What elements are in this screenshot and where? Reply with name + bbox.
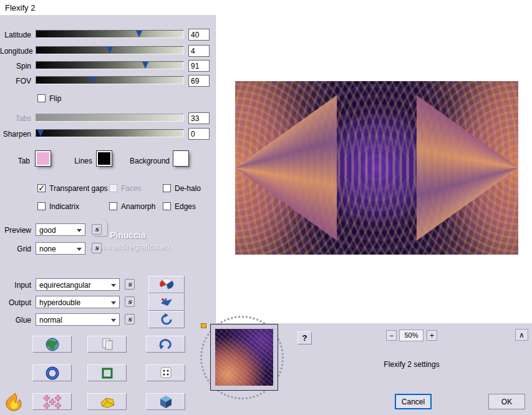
cube-button[interactable]	[146, 393, 185, 410]
transparent-gaps-label: Transparent gaps	[49, 184, 108, 193]
preview-combo-label: Preview	[0, 226, 31, 235]
glue-combobox-value: normal	[39, 316, 62, 325]
sharpen-slider-handle[interactable]	[37, 130, 44, 137]
background-swatch-label: Background	[125, 157, 170, 165]
sharpen-value-input[interactable]	[188, 128, 210, 140]
output-seed-button[interactable]: s	[125, 296, 135, 307]
glue-shape-button[interactable]	[148, 311, 185, 328]
fov-value-input[interactable]	[188, 75, 210, 87]
faces-label: Faces	[121, 184, 142, 193]
tabs-row: Tabs	[0, 112, 215, 125]
preview-area	[215, 15, 532, 323]
faces-checkbox-box	[109, 184, 117, 192]
longitude-slider[interactable]	[36, 46, 184, 54]
copy-button[interactable]	[87, 336, 127, 353]
lines-color-swatch[interactable]	[97, 151, 112, 166]
dice-button[interactable]	[146, 364, 185, 381]
input-combobox[interactable]: equirectangular	[36, 278, 120, 291]
longitude-label: Longitude	[0, 47, 31, 56]
latitude-label: Latitude	[0, 31, 31, 39]
input-combobox-value: equirectangular	[39, 281, 91, 290]
preview-combobox-value: good	[39, 226, 56, 235]
preview-seed-button[interactable]: s	[92, 224, 102, 235]
chevron-down-icon	[111, 301, 116, 305]
zoom-level[interactable]: 50%	[399, 330, 423, 341]
latitude-slider-handle[interactable]	[136, 31, 142, 37]
cancel-button[interactable]: Cancel	[395, 394, 432, 409]
spin-slider[interactable]	[36, 61, 184, 69]
pinwheel-icon	[159, 278, 174, 291]
thumbnail-image	[215, 329, 273, 386]
spin-value-input[interactable]	[188, 60, 210, 72]
zoom-in-button[interactable]: +	[427, 330, 437, 341]
zoom-out-button[interactable]: −	[386, 330, 397, 341]
transparent-gaps-checkbox-box[interactable]	[37, 184, 46, 192]
output-combo-label: Output	[0, 298, 31, 307]
edges-label: Edges	[175, 202, 196, 211]
spin-label: Spin	[0, 62, 31, 71]
edges-checkbox-box[interactable]	[163, 202, 171, 210]
tabs-slider	[36, 114, 184, 122]
latitude-value-input[interactable]	[188, 29, 210, 41]
anamorph-label: Anamorph	[121, 202, 155, 211]
output-combobox[interactable]: hyperdouble	[36, 296, 120, 308]
spin-slider-handle[interactable]	[142, 62, 148, 69]
glue-combobox[interactable]: normal	[36, 313, 120, 326]
ok-button[interactable]: OK	[488, 394, 525, 409]
indicatrix-checkbox-box[interactable]	[37, 202, 46, 210]
dice-icon	[158, 366, 174, 381]
yellow-box-icon	[99, 394, 116, 409]
window-title: Flexify 2	[5, 3, 35, 12]
help-button[interactable]: ?	[297, 331, 312, 344]
navigation-thumbnail[interactable]	[210, 324, 278, 391]
sharpen-label: Sharpen	[0, 130, 31, 139]
fov-slider[interactable]	[36, 76, 184, 84]
chevron-down-icon	[77, 229, 82, 232]
swirl-icon	[159, 313, 174, 326]
chevron-down-icon	[111, 319, 116, 322]
grid-combobox[interactable]: none	[36, 242, 85, 255]
glue-combo-label: Glue	[0, 316, 31, 325]
collapse-button[interactable]: ∧	[515, 329, 528, 341]
input-seed-button[interactable]: s	[125, 279, 135, 290]
tabs-value-input[interactable]	[188, 112, 210, 124]
thumbnail-marker[interactable]	[201, 323, 206, 328]
crosses-icon	[42, 394, 62, 409]
grid-combo-label: Grid	[0, 245, 31, 253]
ring-button[interactable]	[32, 364, 72, 381]
square-button[interactable]	[87, 364, 127, 381]
grid-seed-button[interactable]: s	[92, 243, 102, 253]
anamorph-checkbox-box[interactable]	[109, 202, 117, 210]
indicatrix-label: Indicatrix	[49, 202, 79, 211]
flame-icon[interactable]	[1, 391, 25, 414]
undo-arrow-icon	[158, 338, 173, 351]
output-shape-button[interactable]	[148, 293, 185, 311]
yellow-box-button[interactable]	[87, 393, 127, 410]
preview-combobox[interactable]: good	[36, 223, 85, 236]
de-halo-label: De-halo	[175, 184, 201, 193]
globe-icon	[44, 337, 60, 352]
input-shape-button[interactable]	[148, 276, 185, 293]
watermark-name: Pinuccia	[110, 230, 146, 240]
copy-icon	[99, 338, 115, 351]
flip-checkbox-box[interactable]	[37, 94, 46, 102]
background-color-swatch[interactable]	[173, 151, 188, 166]
input-combo-label: Input	[0, 281, 31, 290]
latitude-slider[interactable]	[36, 30, 184, 38]
title-bar: Flexify 2	[0, 0, 532, 15]
glue-seed-button[interactable]: s	[125, 314, 135, 325]
preview-image	[235, 81, 518, 255]
tab-color-swatch[interactable]	[36, 151, 51, 166]
square-icon	[99, 366, 115, 381]
undo-button[interactable]	[146, 336, 185, 353]
longitude-slider-handle[interactable]	[107, 47, 113, 54]
de-halo-checkbox-box[interactable]	[163, 184, 171, 192]
globe-button[interactable]	[32, 336, 72, 353]
fov-label: FOV	[0, 77, 31, 85]
fov-slider-handle[interactable]	[89, 77, 95, 84]
sharpen-row: Sharpen	[0, 128, 215, 140]
bird-arrow-icon	[159, 295, 174, 309]
sharpen-slider[interactable]	[36, 129, 184, 137]
longitude-value-input[interactable]	[188, 45, 210, 57]
crosses-button[interactable]	[32, 393, 72, 410]
